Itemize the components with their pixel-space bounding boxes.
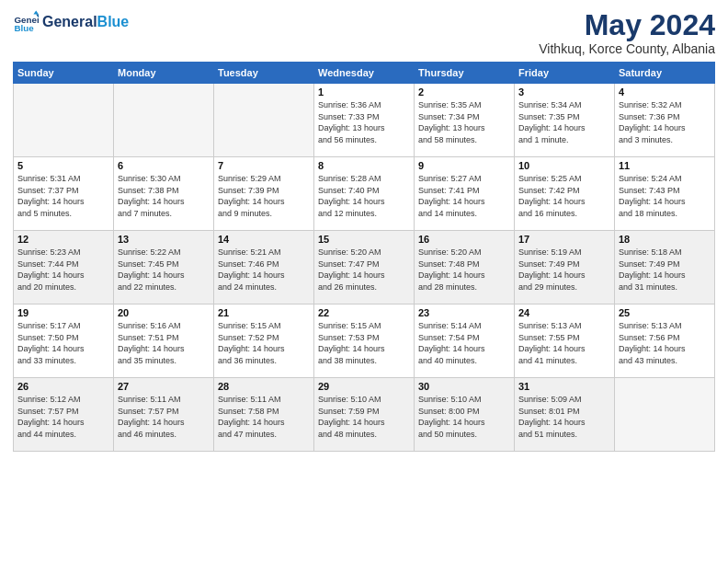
calendar-cell xyxy=(14,84,114,157)
calendar-cell: 8Sunrise: 5:28 AM Sunset: 7:40 PM Daylig… xyxy=(314,157,415,231)
day-info: Sunrise: 5:11 AM Sunset: 7:57 PM Dayligh… xyxy=(118,394,210,440)
calendar-cell: 7Sunrise: 5:29 AM Sunset: 7:39 PM Daylig… xyxy=(214,157,314,231)
day-info: Sunrise: 5:25 AM Sunset: 7:42 PM Dayligh… xyxy=(518,173,610,219)
day-info: Sunrise: 5:34 AM Sunset: 7:35 PM Dayligh… xyxy=(518,99,610,145)
calendar-cell: 15Sunrise: 5:20 AM Sunset: 7:47 PM Dayli… xyxy=(314,231,415,304)
day-number: 21 xyxy=(218,307,310,318)
day-number: 1 xyxy=(318,86,410,98)
day-number: 5 xyxy=(17,160,109,171)
day-info: Sunrise: 5:09 AM Sunset: 8:01 PM Dayligh… xyxy=(518,394,610,440)
day-number: 7 xyxy=(218,160,310,171)
day-number: 17 xyxy=(518,234,610,245)
calendar-cell: 12Sunrise: 5:23 AM Sunset: 7:44 PM Dayli… xyxy=(14,231,114,304)
calendar-table: Sunday Monday Tuesday Wednesday Thursday… xyxy=(13,62,715,452)
logo-wordmark: GeneralBlue xyxy=(42,14,129,30)
day-number: 24 xyxy=(518,307,610,318)
location-title: Vithkuq, Korce County, Albania xyxy=(539,41,715,56)
header-row: Sunday Monday Tuesday Wednesday Thursday… xyxy=(14,63,715,84)
main-container: General Blue GeneralBlue May 2024 Vithku… xyxy=(0,0,728,461)
col-friday: Friday xyxy=(515,63,615,84)
day-info: Sunrise: 5:23 AM Sunset: 7:44 PM Dayligh… xyxy=(17,247,109,293)
calendar-week-2: 5Sunrise: 5:31 AM Sunset: 7:37 PM Daylig… xyxy=(14,157,715,231)
calendar-week-3: 12Sunrise: 5:23 AM Sunset: 7:44 PM Dayli… xyxy=(14,231,715,304)
day-info: Sunrise: 5:12 AM Sunset: 7:57 PM Dayligh… xyxy=(17,394,109,440)
calendar-cell: 21Sunrise: 5:15 AM Sunset: 7:52 PM Dayli… xyxy=(214,304,314,378)
header: General Blue GeneralBlue May 2024 Vithku… xyxy=(13,9,715,56)
day-number: 20 xyxy=(118,307,210,318)
calendar-cell: 11Sunrise: 5:24 AM Sunset: 7:43 PM Dayli… xyxy=(615,157,715,231)
col-saturday: Saturday xyxy=(615,63,715,84)
day-number: 18 xyxy=(619,234,711,245)
day-number: 11 xyxy=(619,160,711,171)
col-wednesday: Wednesday xyxy=(314,63,415,84)
day-info: Sunrise: 5:22 AM Sunset: 7:45 PM Dayligh… xyxy=(118,247,210,293)
calendar-cell: 22Sunrise: 5:15 AM Sunset: 7:53 PM Dayli… xyxy=(314,304,415,378)
calendar-cell: 19Sunrise: 5:17 AM Sunset: 7:50 PM Dayli… xyxy=(14,304,114,378)
day-info: Sunrise: 5:14 AM Sunset: 7:54 PM Dayligh… xyxy=(418,320,510,366)
col-monday: Monday xyxy=(114,63,214,84)
day-info: Sunrise: 5:15 AM Sunset: 7:53 PM Dayligh… xyxy=(318,320,410,366)
calendar-cell: 29Sunrise: 5:10 AM Sunset: 7:59 PM Dayli… xyxy=(314,378,415,452)
day-info: Sunrise: 5:36 AM Sunset: 7:33 PM Dayligh… xyxy=(318,99,410,145)
calendar-cell: 13Sunrise: 5:22 AM Sunset: 7:45 PM Dayli… xyxy=(114,231,214,304)
calendar-cell: 18Sunrise: 5:18 AM Sunset: 7:49 PM Dayli… xyxy=(615,231,715,304)
day-info: Sunrise: 5:31 AM Sunset: 7:37 PM Dayligh… xyxy=(17,173,109,219)
calendar-cell: 17Sunrise: 5:19 AM Sunset: 7:49 PM Dayli… xyxy=(515,231,615,304)
calendar-cell: 1Sunrise: 5:36 AM Sunset: 7:33 PM Daylig… xyxy=(314,84,415,157)
calendar-cell: 2Sunrise: 5:35 AM Sunset: 7:34 PM Daylig… xyxy=(415,84,515,157)
calendar-cell: 14Sunrise: 5:21 AM Sunset: 7:46 PM Dayli… xyxy=(214,231,314,304)
day-number: 15 xyxy=(318,234,410,245)
day-number: 9 xyxy=(418,160,510,171)
calendar-cell: 30Sunrise: 5:10 AM Sunset: 8:00 PM Dayli… xyxy=(415,378,515,452)
day-info: Sunrise: 5:32 AM Sunset: 7:36 PM Dayligh… xyxy=(619,99,711,145)
day-number: 13 xyxy=(118,234,210,245)
day-number: 6 xyxy=(118,160,210,171)
calendar-cell: 4Sunrise: 5:32 AM Sunset: 7:36 PM Daylig… xyxy=(615,84,715,157)
day-info: Sunrise: 5:11 AM Sunset: 7:58 PM Dayligh… xyxy=(218,394,310,440)
day-number: 29 xyxy=(318,381,410,392)
calendar-cell: 10Sunrise: 5:25 AM Sunset: 7:42 PM Dayli… xyxy=(515,157,615,231)
day-info: Sunrise: 5:29 AM Sunset: 7:39 PM Dayligh… xyxy=(218,173,310,219)
day-info: Sunrise: 5:15 AM Sunset: 7:52 PM Dayligh… xyxy=(218,320,310,366)
calendar-cell xyxy=(615,378,715,452)
calendar-week-5: 26Sunrise: 5:12 AM Sunset: 7:57 PM Dayli… xyxy=(14,378,715,452)
day-info: Sunrise: 5:35 AM Sunset: 7:34 PM Dayligh… xyxy=(418,99,510,145)
day-number: 23 xyxy=(418,307,510,318)
calendar-cell: 5Sunrise: 5:31 AM Sunset: 7:37 PM Daylig… xyxy=(14,157,114,231)
day-number: 14 xyxy=(218,234,310,245)
calendar-cell: 28Sunrise: 5:11 AM Sunset: 7:58 PM Dayli… xyxy=(214,378,314,452)
day-number: 27 xyxy=(118,381,210,392)
day-number: 26 xyxy=(17,381,109,392)
calendar-cell: 26Sunrise: 5:12 AM Sunset: 7:57 PM Dayli… xyxy=(14,378,114,452)
svg-text:Blue: Blue xyxy=(14,23,34,33)
day-number: 25 xyxy=(619,307,711,318)
calendar-cell xyxy=(214,84,314,157)
day-info: Sunrise: 5:10 AM Sunset: 7:59 PM Dayligh… xyxy=(318,394,410,440)
calendar-cell: 20Sunrise: 5:16 AM Sunset: 7:51 PM Dayli… xyxy=(114,304,214,378)
calendar-cell: 3Sunrise: 5:34 AM Sunset: 7:35 PM Daylig… xyxy=(515,84,615,157)
day-info: Sunrise: 5:20 AM Sunset: 7:47 PM Dayligh… xyxy=(318,247,410,293)
calendar-cell: 6Sunrise: 5:30 AM Sunset: 7:38 PM Daylig… xyxy=(114,157,214,231)
title-block: May 2024 Vithkuq, Korce County, Albania xyxy=(539,9,715,56)
day-number: 3 xyxy=(518,86,610,98)
calendar-cell: 23Sunrise: 5:14 AM Sunset: 7:54 PM Dayli… xyxy=(415,304,515,378)
day-info: Sunrise: 5:20 AM Sunset: 7:48 PM Dayligh… xyxy=(418,247,510,293)
day-info: Sunrise: 5:24 AM Sunset: 7:43 PM Dayligh… xyxy=(619,173,711,219)
calendar-week-1: 1Sunrise: 5:36 AM Sunset: 7:33 PM Daylig… xyxy=(14,84,715,157)
day-info: Sunrise: 5:21 AM Sunset: 7:46 PM Dayligh… xyxy=(218,247,310,293)
day-info: Sunrise: 5:10 AM Sunset: 8:00 PM Dayligh… xyxy=(418,394,510,440)
day-number: 8 xyxy=(318,160,410,171)
day-info: Sunrise: 5:27 AM Sunset: 7:41 PM Dayligh… xyxy=(418,173,510,219)
day-info: Sunrise: 5:13 AM Sunset: 7:55 PM Dayligh… xyxy=(518,320,610,366)
calendar-cell xyxy=(114,84,214,157)
calendar-cell: 27Sunrise: 5:11 AM Sunset: 7:57 PM Dayli… xyxy=(114,378,214,452)
day-number: 16 xyxy=(418,234,510,245)
logo: General Blue GeneralBlue xyxy=(13,9,129,35)
day-number: 30 xyxy=(418,381,510,392)
day-number: 28 xyxy=(218,381,310,392)
day-info: Sunrise: 5:30 AM Sunset: 7:38 PM Dayligh… xyxy=(118,173,210,219)
calendar-cell: 16Sunrise: 5:20 AM Sunset: 7:48 PM Dayli… xyxy=(415,231,515,304)
day-info: Sunrise: 5:18 AM Sunset: 7:49 PM Dayligh… xyxy=(619,247,711,293)
col-thursday: Thursday xyxy=(415,63,515,84)
calendar-cell: 25Sunrise: 5:13 AM Sunset: 7:56 PM Dayli… xyxy=(615,304,715,378)
